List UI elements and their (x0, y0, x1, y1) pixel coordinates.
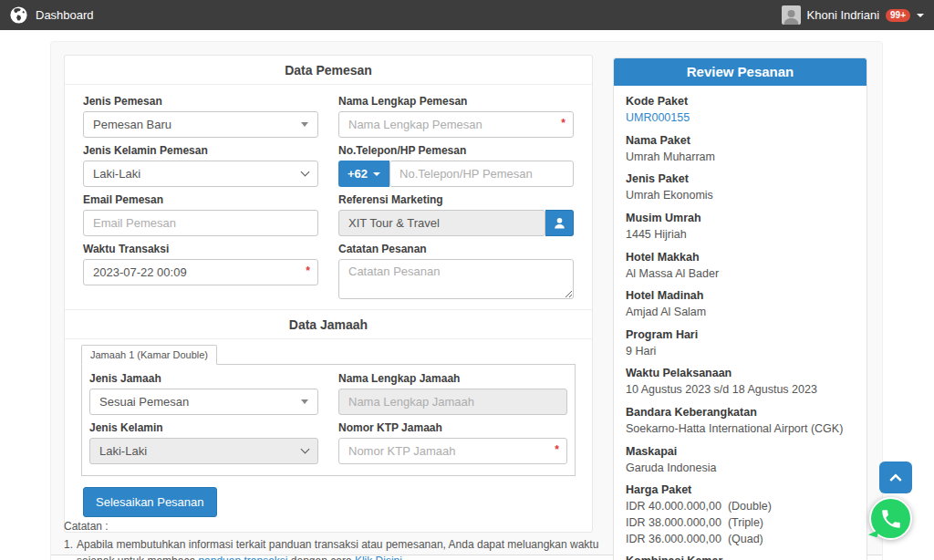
jenis-jamaah-label: Jenis Jamaah (89, 372, 318, 385)
chevron-down-icon (917, 14, 924, 17)
waktu-input[interactable] (83, 259, 318, 285)
review-item-value: 9 Hari (626, 345, 855, 359)
catatan-textarea[interactable] (338, 259, 574, 299)
selesaikan-pesanan-button[interactable]: Selesaikan Pesanan (83, 487, 217, 517)
user-avatar (782, 5, 801, 25)
catatan-label: Catatan Pesanan (338, 243, 574, 255)
review-item-value: Garuda Indonesia (626, 461, 855, 476)
telepon-label: No.Telepon/HP Pemesan (338, 144, 574, 157)
review-item-value: Amjad Al Salam (626, 306, 855, 320)
review-item-link[interactable]: UMR000155 (626, 111, 855, 126)
scroll-to-top-button[interactable] (879, 461, 912, 493)
klik-disini-link[interactable]: Klik Disini (355, 555, 402, 560)
nama-pemesan-input[interactable] (338, 111, 574, 138)
jenis-kelamin-pemesan-label: Jenis Kelamin Pemesan (83, 144, 318, 157)
jenis-pemesan-value: Pemesan Baru (93, 118, 171, 131)
jenis-kelamin-jamaah-label: Jenis Kelamin (89, 421, 318, 434)
person-icon (554, 217, 566, 229)
review-item-label: Hotel Makkah (626, 251, 855, 264)
jenis-kelamin-jamaah-value: Laki-Laki (99, 444, 147, 458)
jamaah-panel: Jenis Jamaah Sesuai Pemesan Nama Lengkap… (81, 364, 576, 476)
whatsapp-icon (879, 507, 903, 531)
nama-pemesan-label: Nama Lengkap Pemesan (338, 95, 574, 108)
caret-down-icon (373, 172, 380, 176)
review-item-label: Musim Umrah (626, 212, 855, 224)
form-title: Data Pemesan (65, 56, 592, 85)
review-item-label: Hotel Madinah (626, 289, 855, 302)
notes-item: 1. Apabila membutuhkan informasi terkait… (64, 537, 618, 560)
notes-section: Catatan : 1. Apabila membutuhkan informa… (64, 519, 618, 560)
notes-text: Apabila membutuhkan informasi terkait pa… (77, 537, 618, 560)
notes-number: 1. (64, 537, 73, 560)
review-item-value: IDR 40.000.000,00 (Double) (626, 500, 855, 514)
jenis-kelamin-pemesan-select[interactable]: Laki-Laki (83, 161, 318, 187)
ktp-input[interactable] (338, 438, 567, 464)
jenis-jamaah-value: Sesuai Pemesan (99, 395, 189, 409)
review-item-label: Harga Paket (626, 483, 855, 496)
tab-jamaah-1[interactable]: Jamaah 1 (Kamar Double) (81, 345, 217, 365)
whatsapp-button[interactable] (869, 497, 912, 540)
review-item-label: Program Hari (626, 328, 855, 341)
required-asterisk: * (555, 443, 559, 456)
review-item-value: Soekarno-Hatta International Airport (CG… (626, 422, 855, 437)
brand-label: Dashboard (36, 8, 94, 22)
notes-heading: Catatan : (64, 519, 618, 534)
review-item-label: Bandara Keberangkatan (626, 406, 855, 419)
notes-text-2: dengan cara (288, 555, 355, 560)
top-navbar: Dashboard Khoni Indriani 99+ (0, 0, 934, 30)
review-item-label: Maskapai (626, 445, 855, 458)
notification-badge: 99+ (886, 9, 910, 22)
phone-country-code-button[interactable]: +62 (338, 161, 389, 187)
review-item-value: Umrah Ekonomis (626, 189, 855, 203)
user-menu[interactable]: Khoni Indriani 99+ (782, 5, 924, 25)
referensi-agent-button[interactable] (545, 210, 574, 236)
chevron-down-icon (301, 445, 310, 454)
ktp-label: Nomor KTP Jamaah (338, 421, 567, 434)
review-item-value: 1445 Hijriah (626, 228, 855, 243)
order-form-card: Data Pemesan Jenis Pemesan Pemesan Baru … (64, 55, 593, 533)
review-item-label: Jenis Paket (626, 172, 855, 185)
email-label: Email Pemesan (83, 193, 318, 206)
jenis-pemesan-select[interactable]: Pemesan Baru (83, 111, 318, 138)
review-item-value: IDR 36.000.000,00 (Quad) (626, 533, 855, 547)
review-title: Review Pesanan (614, 58, 867, 86)
review-item-value: 10 Agustus 2023 s/d 18 Agustus 2023 (626, 383, 855, 398)
referensi-input (338, 210, 545, 236)
chevron-down-icon (301, 168, 310, 177)
review-item-value: Umrah Muharram (626, 150, 855, 165)
referensi-label: Referensi Marketing (338, 193, 574, 206)
review-items: Kode PaketUMR000155Nama PaketUmrah Muhar… (614, 86, 867, 560)
jenis-kelamin-jamaah-select: Laki-Laki (89, 438, 318, 464)
telepon-input[interactable] (389, 161, 574, 187)
review-item-label: Kombinasi Kamar (626, 555, 855, 560)
waktu-label: Waktu Transaksi (83, 243, 318, 255)
select-caret-icon (301, 399, 308, 404)
jamaah-section-title: Data Jamaah (65, 309, 592, 339)
jenis-jamaah-select[interactable]: Sesuai Pemesan (89, 389, 318, 415)
brand[interactable]: Dashboard (10, 6, 94, 24)
nama-jamaah-label: Nama Lengkap Jamaah (338, 372, 567, 385)
review-item-label: Kode Paket (626, 95, 855, 108)
jenis-kelamin-pemesan-value: Laki-Laki (93, 167, 140, 181)
review-item-value: Al Massa Al Bader (626, 267, 855, 282)
required-asterisk: * (561, 117, 566, 130)
review-item-value: IDR 38.000.000,00 (Triple) (626, 516, 855, 531)
globe-icon (10, 6, 27, 24)
phone-country-code: +62 (348, 167, 368, 181)
select-caret-icon (301, 122, 308, 127)
jenis-pemesan-label: Jenis Pemesan (83, 95, 318, 108)
review-item-label: Nama Paket (626, 134, 855, 147)
nama-jamaah-input (338, 389, 567, 415)
required-asterisk: * (306, 264, 310, 277)
arrow-up-icon (889, 473, 902, 486)
review-item-label: Waktu Pelaksanaan (626, 367, 855, 379)
user-name: Khoni Indriani (807, 8, 880, 22)
review-pesanan-card: Review Pesanan Kode PaketUMR000155Nama P… (613, 57, 867, 560)
email-input[interactable] (83, 210, 318, 236)
panduan-transaksi-link[interactable]: panduan transaksi (198, 555, 287, 560)
